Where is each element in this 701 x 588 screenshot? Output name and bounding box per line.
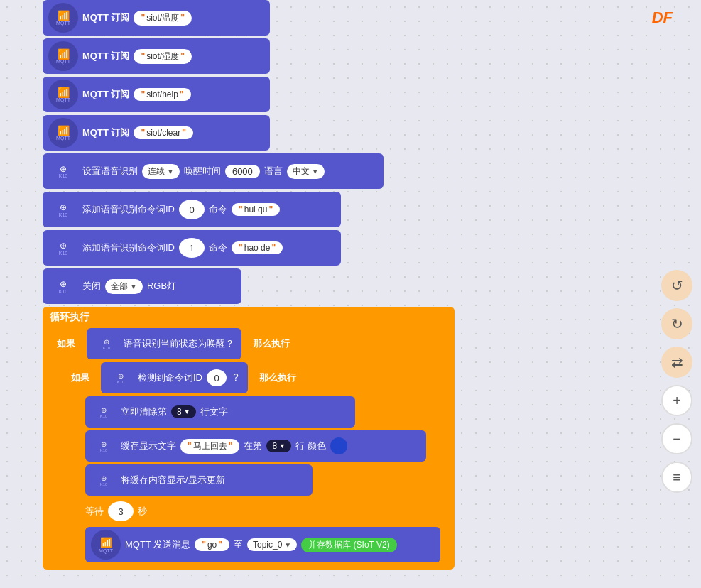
cmd2-label: 命令 bbox=[209, 241, 227, 254]
mqtt-block-4: 📶 MQTT MQTT 订阅 " siot/clear " bbox=[43, 115, 270, 151]
if1-then: 那么执行 bbox=[246, 334, 297, 353]
mqtt-topic-dropdown[interactable]: Topic_0 ▼ bbox=[247, 538, 297, 551]
mqtt-subscribe-label-4: MQTT 订阅 bbox=[82, 126, 129, 139]
update-block: ⊕ K10 将缓存内容显示/显示更新 bbox=[85, 464, 313, 496]
mqtt-value-1: " siot/温度 " bbox=[134, 11, 191, 26]
mqtt-block-3: 📶 MQTT MQTT 订阅 " siot/help " bbox=[43, 77, 270, 112]
menu-button[interactable]: ≡ bbox=[661, 462, 692, 493]
lang-label: 语言 bbox=[264, 165, 283, 178]
mqtt-label-icon-1: MQTT bbox=[56, 21, 70, 26]
if-row-1: 如果 ⊕ K10 语音识别当前状态为唤醒？ 那么执行 bbox=[50, 328, 447, 359]
k10-icon-if2: ⊕ K10 bbox=[108, 365, 134, 391]
mqtt-icon-3: 📶 MQTT bbox=[48, 80, 78, 109]
mqtt-send-value: " go " bbox=[195, 538, 229, 551]
wake-time-label: 唤醒时间 bbox=[184, 165, 221, 178]
k10-icon-if1: ⊕ K10 bbox=[94, 331, 119, 356]
clear-row-block: ⊕ K10 立即清除第 8 ▼ 行文字 bbox=[85, 396, 355, 428]
zoom-in-button[interactable]: + bbox=[661, 385, 692, 416]
if2-id: 0 bbox=[207, 369, 227, 386]
wait-seconds: 3 bbox=[108, 501, 134, 521]
voice-setup-label: 设置语音识别 bbox=[82, 165, 138, 178]
k10-icon-buffer: ⊕ K10 bbox=[91, 433, 116, 459]
clear-row-dropdown[interactable]: 8 ▼ bbox=[171, 405, 196, 418]
wifi-symbol-1: 📶 bbox=[58, 11, 70, 21]
color-blue-dot[interactable] bbox=[330, 437, 347, 454]
mqtt-subscribe-label-3: MQTT 订阅 bbox=[82, 88, 129, 101]
cmd1-id: 0 bbox=[179, 200, 205, 219]
buffer-row-dropdown[interactable]: 8 ▼ bbox=[266, 440, 291, 452]
k10-icon-rgb: ⊕ K10 bbox=[48, 271, 78, 301]
wait-label: 等待 bbox=[85, 505, 104, 518]
k10-icon-voice-setup: ⊕ K10 bbox=[48, 156, 78, 186]
blocks-container: 📶 MQTT MQTT 订阅 " siot/温度 " 📶 MQTT MQTT 订… bbox=[43, 0, 497, 572]
mqtt-icon-4: 📶 MQTT bbox=[48, 118, 78, 148]
close-label: 关闭 bbox=[82, 280, 101, 293]
cmd1-value: " hui qu " bbox=[232, 203, 280, 216]
rgb-target: RGB灯 bbox=[147, 280, 176, 293]
mqtt-icon-2: 📶 MQTT bbox=[48, 41, 78, 71]
cmd2-id: 1 bbox=[179, 238, 205, 258]
close-mode-dropdown[interactable]: 全部 ▼ bbox=[105, 279, 143, 294]
add-voice-cmd1-block: ⊕ K10 添加语音识别命令词ID 0 命令 " hui qu " bbox=[43, 192, 341, 227]
buffer-row-block: ⊕ K10 缓存显示文字 " 马上回去 " 在第 8 ▼ 行 颜色 bbox=[85, 430, 426, 462]
mqtt-value-4: " siot/clear " bbox=[134, 126, 192, 139]
right-tools: ↺ ↻ ⇄ + − ≡ bbox=[661, 270, 692, 493]
mqtt-subscribe-label-2: MQTT 订阅 bbox=[82, 50, 129, 62]
k10-icon-cmd2: ⊕ K10 bbox=[48, 233, 78, 263]
cmd1-label: 命令 bbox=[209, 203, 227, 216]
buffer-value: " 马上回去 " bbox=[180, 439, 239, 454]
undo-button[interactable]: ↺ bbox=[661, 270, 692, 301]
if-row-2: 如果 ⊕ K10 检测到命令词ID 0 ？ 那么执行 bbox=[64, 362, 447, 393]
if2-label: 如果 bbox=[64, 369, 97, 387]
redo-button[interactable]: ↻ bbox=[661, 308, 692, 339]
df-logo: DF bbox=[652, 9, 673, 27]
voice-setup-block: ⊕ K10 设置语音识别 连续 ▼ 唤醒时间 6000 语言 中文 ▼ bbox=[43, 153, 384, 189]
if2-then: 那么执行 bbox=[252, 369, 303, 387]
close-rgb-block: ⊕ K10 关闭 全部 ▼ RGB灯 bbox=[43, 268, 241, 304]
cmd2-value: " hao de " bbox=[232, 241, 283, 254]
lang-dropdown[interactable]: 中文 ▼ bbox=[287, 164, 325, 179]
mqtt-value-2: " siot/湿度 " bbox=[134, 49, 191, 64]
mqtt-value-3: " siot/help " bbox=[134, 88, 190, 101]
mqtt-to-label: 至 bbox=[234, 538, 243, 551]
clear-label: 立即清除第 bbox=[121, 405, 167, 418]
main-area: DF ↺ ↻ ⇄ + − ≡ 📶 MQTT MQTT 订阅 " siot/温度 … bbox=[0, 0, 701, 588]
wake-time-value: 6000 bbox=[225, 165, 260, 178]
buffer-color-label: 行 颜色 bbox=[295, 440, 326, 452]
buffer-row-label: 在第 bbox=[244, 440, 262, 452]
mqtt-subscribe-label-1: MQTT 订阅 bbox=[82, 11, 129, 24]
mqtt-send-label: MQTT 发送消息 bbox=[125, 538, 190, 551]
add-cmd1-label: 添加语音识别命令词ID bbox=[82, 203, 175, 216]
loop-header: 循环执行 bbox=[50, 311, 447, 324]
mqtt-block-1: 📶 MQTT MQTT 订阅 " siot/温度 " bbox=[43, 0, 270, 36]
voice-mode-dropdown[interactable]: 连续 ▼ bbox=[142, 164, 180, 179]
wait-unit: 秒 bbox=[138, 505, 147, 518]
mqtt-save-label: 并存数据库 (SIoT V2) bbox=[301, 538, 396, 552]
buffer-label: 缓存显示文字 bbox=[121, 440, 176, 452]
if2-condition: ⊕ K10 检测到命令词ID 0 ？ bbox=[101, 362, 248, 393]
clear-suffix: 行文字 bbox=[200, 405, 228, 418]
if1-label: 如果 bbox=[50, 334, 82, 353]
add-voice-cmd2-block: ⊕ K10 添加语音识别命令词ID 1 命令 " hao de " bbox=[43, 230, 341, 266]
wait-block: 等待 3 秒 bbox=[78, 499, 447, 524]
add-cmd2-label: 添加语音识别命令词ID bbox=[82, 241, 175, 254]
if1-condition: ⊕ K10 语音识别当前状态为唤醒？ bbox=[87, 328, 241, 359]
mqtt-send-block: 📶 MQTT MQTT 发送消息 " go " 至 Topic_0 ▼ 并存数据… bbox=[85, 527, 440, 562]
topic-label: Topic_0 bbox=[253, 540, 282, 550]
k10-icon-update: ⊕ K10 bbox=[91, 467, 116, 493]
loop-block: 循环执行 如果 ⊕ K10 语音识别当前状态为唤醒？ 那么执行 如果 bbox=[43, 307, 455, 570]
update-label: 将缓存内容显示/显示更新 bbox=[121, 474, 225, 486]
flip-button[interactable]: ⇄ bbox=[661, 347, 692, 378]
zoom-out-button[interactable]: − bbox=[661, 423, 692, 454]
mqtt-send-icon: 📶 MQTT bbox=[91, 530, 121, 560]
k10-icon-cmd1: ⊕ K10 bbox=[48, 195, 78, 224]
mqtt-icon-1: 📶 MQTT bbox=[48, 3, 78, 33]
k10-icon-clear: ⊕ K10 bbox=[91, 399, 116, 425]
mqtt-block-2: 📶 MQTT MQTT 订阅 " siot/湿度 " bbox=[43, 38, 270, 74]
if2-container: 如果 ⊕ K10 检测到命令词ID 0 ？ 那么执行 bbox=[64, 362, 447, 562]
